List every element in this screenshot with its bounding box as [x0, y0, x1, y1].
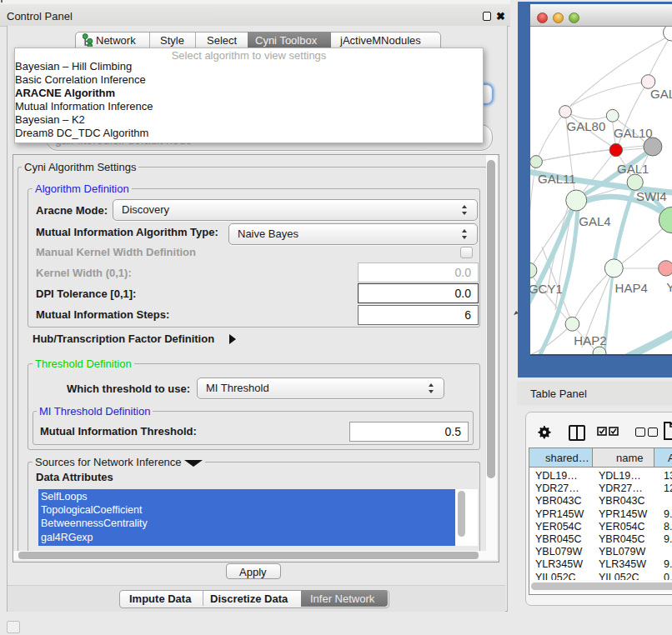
svg-text:GAL4: GAL4 [579, 214, 610, 228]
svg-text:GAL11: GAL11 [538, 172, 576, 186]
svg-text:GAL10: GAL10 [614, 126, 653, 140]
svg-text:HAP4: HAP4 [615, 281, 648, 295]
svg-text:HAP2: HAP2 [574, 333, 606, 348]
svg-text:GCY1: GCY1 [530, 282, 563, 296]
svg-text:GAL1: GAL1 [617, 162, 649, 176]
svg-text:Y: Y [666, 280, 672, 294]
svg-text:GAL7: GAL7 [650, 87, 672, 101]
svg-text:GAL80: GAL80 [567, 119, 606, 133]
svg-text:SWI4: SWI4 [636, 189, 667, 203]
